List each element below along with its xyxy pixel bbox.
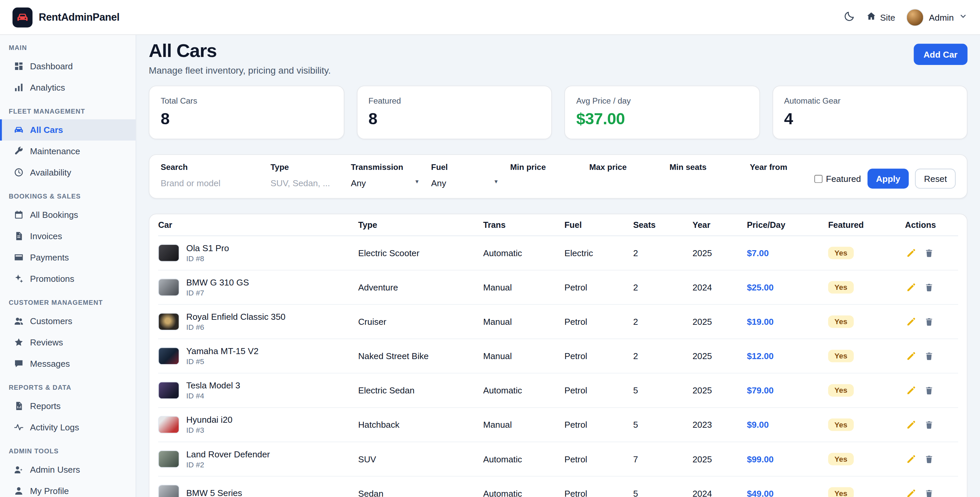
apply-button[interactable]: Apply <box>867 168 909 189</box>
car-price: $7.00 <box>747 248 828 258</box>
delete-button[interactable] <box>923 350 935 362</box>
edit-button[interactable] <box>905 316 917 328</box>
table-row: Ola S1 Pro ID #8 Electric Scooter Automa… <box>158 236 958 270</box>
sidebar-item-all-cars[interactable]: All Cars <box>0 119 136 141</box>
edit-button[interactable] <box>905 350 917 362</box>
sidebar-item-dashboard[interactable]: Dashboard <box>0 56 136 77</box>
delete-button[interactable] <box>923 453 935 465</box>
fuel-select[interactable]: Any <box>431 178 499 189</box>
delete-button[interactable] <box>923 487 935 497</box>
car-icon <box>14 125 24 135</box>
type-input[interactable] <box>270 172 340 189</box>
sidebar-item-messages[interactable]: Messages <box>0 353 136 374</box>
featured-checkbox[interactable] <box>814 175 822 183</box>
featured-badge: Yes <box>828 487 853 497</box>
edit-button[interactable] <box>905 247 917 259</box>
car-type: Sedan <box>358 488 483 497</box>
stat-label: Avg Price / day <box>576 96 748 106</box>
car-name: Land Rover Defender <box>186 449 270 459</box>
min-seats-input[interactable] <box>670 172 739 189</box>
car-id: ID #5 <box>186 357 259 366</box>
sidebar-item-label: Reviews <box>30 337 63 348</box>
cars-table: Car Type Trans Fuel Seats Year Price/Day… <box>149 214 967 497</box>
user-name: Admin <box>929 12 954 22</box>
main-content: All Cars Manage fleet inventory, pricing… <box>136 35 980 497</box>
car-seats: 5 <box>633 420 692 430</box>
featured-filter[interactable]: Featured <box>814 173 861 184</box>
min-seats-label: Min seats <box>670 162 739 172</box>
car-type: Hatchback <box>358 420 483 430</box>
edit-button[interactable] <box>905 487 917 497</box>
car-name: BMW 5 Series <box>186 487 242 497</box>
add-car-button[interactable]: Add Car <box>913 44 967 65</box>
sidebar-item-label: Promotions <box>30 273 74 283</box>
sidebar-item-reports[interactable]: Reports <box>0 395 136 417</box>
stat-value: $37.00 <box>576 109 748 129</box>
min-price-label: Min price <box>510 162 578 172</box>
delete-button[interactable] <box>923 316 935 328</box>
sidebar-item-all-bookings[interactable]: All Bookings <box>0 204 136 225</box>
car-year: 2025 <box>693 317 747 327</box>
car-id: ID #2 <box>186 460 270 469</box>
sidebar-item-activity-logs[interactable]: Activity Logs <box>0 417 136 438</box>
dark-mode-toggle[interactable] <box>844 11 855 24</box>
stat-card-automatic-gear: Automatic Gear 4 <box>772 86 968 139</box>
sidebar-section-fleet: FLEET MANAGEMENT <box>0 108 136 115</box>
featured-badge: Yes <box>828 384 853 397</box>
car-price: $12.00 <box>747 351 828 361</box>
sidebar-item-availability[interactable]: Availability <box>0 162 136 183</box>
sidebar-item-reviews[interactable]: Reviews <box>0 332 136 353</box>
sidebar-item-payments[interactable]: Payments <box>0 247 136 268</box>
car-year: 2025 <box>693 248 747 258</box>
profile-icon <box>14 486 24 496</box>
edit-button[interactable] <box>905 419 917 431</box>
min-price-input[interactable] <box>510 172 578 189</box>
search-input[interactable] <box>161 172 259 189</box>
car-price: $9.00 <box>747 420 828 430</box>
reset-button[interactable]: Reset <box>915 168 956 189</box>
delete-button[interactable] <box>923 247 935 259</box>
max-price-label: Max price <box>589 162 658 172</box>
clock-icon <box>14 168 24 178</box>
sidebar-item-customers[interactable]: Customers <box>0 310 136 332</box>
stat-label: Total Cars <box>161 96 332 106</box>
stat-value: 8 <box>161 109 332 129</box>
column-header-car: Car <box>158 214 358 235</box>
column-header-price: Price/Day <box>747 214 828 235</box>
max-price-input[interactable] <box>589 172 658 189</box>
sidebar-item-invoices[interactable]: Invoices <box>0 225 136 247</box>
user-menu[interactable]: Admin <box>906 8 967 26</box>
delete-button[interactable] <box>923 419 935 431</box>
sidebar-item-label: Analytics <box>30 83 65 93</box>
table-header: Car Type Trans Fuel Seats Year Price/Day… <box>158 214 958 236</box>
car-trans: Manual <box>483 351 564 361</box>
site-link[interactable]: Site <box>866 11 895 23</box>
featured-filter-label: Featured <box>826 173 861 184</box>
transmission-select[interactable]: Any <box>351 178 420 189</box>
delete-button[interactable] <box>923 384 935 396</box>
sidebar-item-maintenance[interactable]: Maintenance <box>0 141 136 162</box>
sidebar-item-promotions[interactable]: Promotions <box>0 268 136 289</box>
edit-button[interactable] <box>905 281 917 294</box>
sidebar-item-my-profile[interactable]: My Profile <box>0 480 136 497</box>
stat-card-featured: Featured 8 <box>357 86 552 139</box>
activity-icon <box>14 422 24 432</box>
sidebar-item-admin-users[interactable]: Admin Users <box>0 459 136 480</box>
sidebar-item-label: Invoices <box>30 231 62 241</box>
delete-button[interactable] <box>923 281 935 294</box>
sidebar-item-label: Availability <box>30 168 72 178</box>
analytics-icon <box>14 83 24 93</box>
sidebar-item-label: Messages <box>30 359 70 368</box>
sidebar-item-label: Dashboard <box>30 61 73 71</box>
car-seats: 2 <box>633 283 692 292</box>
car-type: Electric Sedan <box>358 386 483 395</box>
year-from-input[interactable] <box>750 172 803 189</box>
car-year: 2023 <box>693 420 747 430</box>
sidebar-item-label: Customers <box>30 316 72 326</box>
car-price: $99.00 <box>747 454 828 464</box>
edit-button[interactable] <box>905 453 917 465</box>
sidebar-item-analytics[interactable]: Analytics <box>0 77 136 98</box>
edit-button[interactable] <box>905 384 917 396</box>
column-header-trans: Trans <box>483 214 564 235</box>
table-row: Yamaha MT-15 V2 ID #5 Naked Street Bike … <box>158 339 958 373</box>
